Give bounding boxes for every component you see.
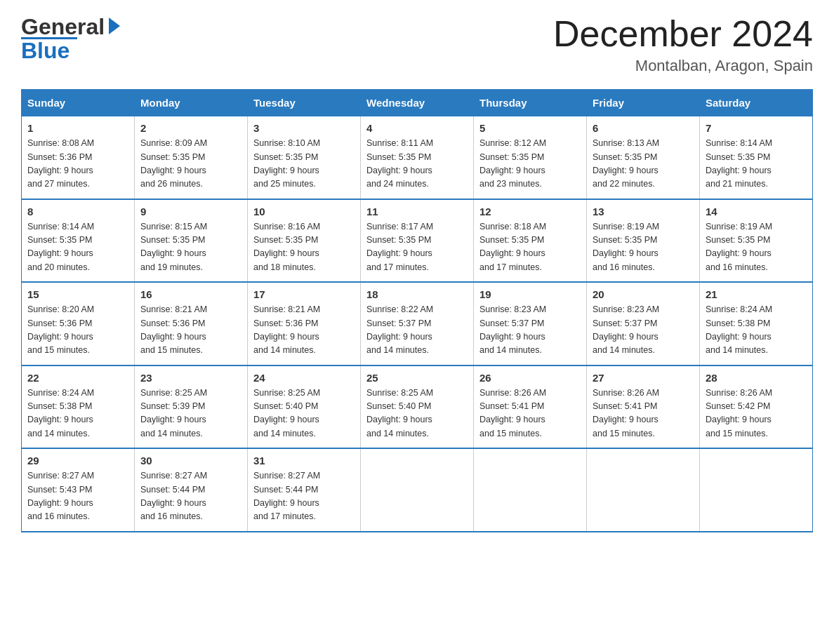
calendar-cell: 20 Sunrise: 8:23 AM Sunset: 5:37 PM Dayl… [587,282,700,365]
calendar-cell: 30 Sunrise: 8:27 AM Sunset: 5:44 PM Dayl… [135,448,248,532]
day-number: 20 [593,288,694,300]
calendar-cell [361,448,474,532]
day-number: 10 [253,206,355,217]
calendar-cell: 14 Sunrise: 8:19 AM Sunset: 5:35 PM Dayl… [700,199,813,283]
page-header: General Blue December 2024 Montalban, Ar… [21,14,813,75]
calendar-cell: 31 Sunrise: 8:27 AM Sunset: 5:44 PM Dayl… [248,448,361,532]
day-info: Sunrise: 8:14 AM Sunset: 5:35 PM Dayligh… [27,220,128,275]
week-row-2: 8 Sunrise: 8:14 AM Sunset: 5:35 PM Dayli… [22,199,813,283]
day-number: 2 [140,122,241,134]
calendar-cell: 25 Sunrise: 8:25 AM Sunset: 5:40 PM Dayl… [361,365,474,449]
calendar-cell: 6 Sunrise: 8:13 AM Sunset: 5:35 PM Dayli… [587,116,700,199]
day-number: 4 [366,122,468,134]
day-number: 24 [253,372,355,384]
day-info: Sunrise: 8:23 AM Sunset: 5:37 PM Dayligh… [593,303,694,358]
day-info: Sunrise: 8:22 AM Sunset: 5:37 PM Dayligh… [366,303,468,358]
day-info: Sunrise: 8:25 AM Sunset: 5:40 PM Dayligh… [366,387,468,441]
calendar-cell: 23 Sunrise: 8:25 AM Sunset: 5:39 PM Dayl… [135,365,248,449]
day-number: 8 [27,206,128,217]
day-number: 19 [479,288,581,300]
day-info: Sunrise: 8:19 AM Sunset: 5:35 PM Dayligh… [706,220,807,275]
logo: General Blue [21,14,121,64]
calendar-cell: 12 Sunrise: 8:18 AM Sunset: 5:35 PM Dayl… [474,199,587,283]
day-info: Sunrise: 8:27 AM Sunset: 5:43 PM Dayligh… [27,469,128,524]
day-info: Sunrise: 8:21 AM Sunset: 5:36 PM Dayligh… [253,303,355,358]
calendar-table: SundayMondayTuesdayWednesdayThursdayFrid… [21,89,813,532]
day-number: 21 [706,288,807,300]
svg-marker-0 [109,18,120,34]
calendar-cell: 28 Sunrise: 8:26 AM Sunset: 5:42 PM Dayl… [700,365,813,449]
week-row-4: 22 Sunrise: 8:24 AM Sunset: 5:38 PM Dayl… [22,365,813,449]
day-info: Sunrise: 8:16 AM Sunset: 5:35 PM Dayligh… [253,220,355,275]
day-info: Sunrise: 8:09 AM Sunset: 5:35 PM Dayligh… [140,137,241,192]
day-info: Sunrise: 8:25 AM Sunset: 5:39 PM Dayligh… [140,387,241,441]
day-number: 31 [253,455,355,467]
day-info: Sunrise: 8:18 AM Sunset: 5:35 PM Dayligh… [479,220,581,275]
day-info: Sunrise: 8:14 AM Sunset: 5:35 PM Dayligh… [706,137,807,192]
day-number: 17 [253,288,355,300]
day-header-tuesday: Tuesday [248,90,361,116]
day-info: Sunrise: 8:20 AM Sunset: 5:36 PM Dayligh… [27,303,128,358]
day-info: Sunrise: 8:25 AM Sunset: 5:40 PM Dayligh… [253,387,355,441]
calendar-cell [700,448,813,532]
day-number: 28 [706,372,807,384]
day-header-saturday: Saturday [700,90,813,116]
calendar-cell: 19 Sunrise: 8:23 AM Sunset: 5:37 PM Dayl… [474,282,587,365]
day-number: 30 [140,455,241,467]
calendar-cell: 7 Sunrise: 8:14 AM Sunset: 5:35 PM Dayli… [700,116,813,199]
calendar-cell: 4 Sunrise: 8:11 AM Sunset: 5:35 PM Dayli… [361,116,474,199]
day-number: 5 [479,122,581,134]
calendar-cell: 27 Sunrise: 8:26 AM Sunset: 5:41 PM Dayl… [587,365,700,449]
day-info: Sunrise: 8:11 AM Sunset: 5:35 PM Dayligh… [366,137,468,192]
calendar-cell: 2 Sunrise: 8:09 AM Sunset: 5:35 PM Dayli… [135,116,248,199]
day-number: 9 [140,206,241,217]
day-number: 7 [706,122,807,134]
week-row-1: 1 Sunrise: 8:08 AM Sunset: 5:36 PM Dayli… [22,116,813,199]
calendar-cell: 17 Sunrise: 8:21 AM Sunset: 5:36 PM Dayl… [248,282,361,365]
day-number: 22 [27,372,128,384]
day-info: Sunrise: 8:10 AM Sunset: 5:35 PM Dayligh… [253,137,355,192]
week-row-3: 15 Sunrise: 8:20 AM Sunset: 5:36 PM Dayl… [22,282,813,365]
day-info: Sunrise: 8:27 AM Sunset: 5:44 PM Dayligh… [140,469,241,524]
calendar-cell: 9 Sunrise: 8:15 AM Sunset: 5:35 PM Dayli… [135,199,248,283]
day-number: 29 [27,455,128,467]
logo-triangle-icon [106,16,121,36]
calendar-cell: 8 Sunrise: 8:14 AM Sunset: 5:35 PM Dayli… [22,199,135,283]
calendar-cell: 5 Sunrise: 8:12 AM Sunset: 5:35 PM Dayli… [474,116,587,199]
logo-blue-text: Blue [21,38,70,64]
day-info: Sunrise: 8:24 AM Sunset: 5:38 PM Dayligh… [706,303,807,358]
calendar-cell: 11 Sunrise: 8:17 AM Sunset: 5:35 PM Dayl… [361,199,474,283]
day-number: 13 [593,206,694,217]
day-info: Sunrise: 8:26 AM Sunset: 5:41 PM Dayligh… [593,387,694,441]
day-number: 25 [366,372,468,384]
day-header-thursday: Thursday [474,90,587,116]
location: Montalban, Aragon, Spain [553,57,813,75]
day-number: 3 [253,122,355,134]
calendar-cell: 26 Sunrise: 8:26 AM Sunset: 5:41 PM Dayl… [474,365,587,449]
day-number: 27 [593,372,694,384]
day-info: Sunrise: 8:24 AM Sunset: 5:38 PM Dayligh… [27,387,128,441]
calendar-cell: 16 Sunrise: 8:21 AM Sunset: 5:36 PM Dayl… [135,282,248,365]
day-number: 12 [479,206,581,217]
logo-general-text: General [21,14,105,40]
calendar-cell: 13 Sunrise: 8:19 AM Sunset: 5:35 PM Dayl… [587,199,700,283]
day-header-friday: Friday [587,90,700,116]
calendar-cell: 15 Sunrise: 8:20 AM Sunset: 5:36 PM Dayl… [22,282,135,365]
calendar-cell: 1 Sunrise: 8:08 AM Sunset: 5:36 PM Dayli… [22,116,135,199]
day-header-wednesday: Wednesday [361,90,474,116]
calendar-cell [474,448,587,532]
week-row-5: 29 Sunrise: 8:27 AM Sunset: 5:43 PM Dayl… [22,448,813,532]
calendar-cell: 21 Sunrise: 8:24 AM Sunset: 5:38 PM Dayl… [700,282,813,365]
day-info: Sunrise: 8:15 AM Sunset: 5:35 PM Dayligh… [140,220,241,275]
day-info: Sunrise: 8:21 AM Sunset: 5:36 PM Dayligh… [140,303,241,358]
day-info: Sunrise: 8:17 AM Sunset: 5:35 PM Dayligh… [366,220,468,275]
day-number: 26 [479,372,581,384]
day-number: 14 [706,206,807,217]
day-number: 15 [27,288,128,300]
day-number: 1 [27,122,128,134]
day-number: 23 [140,372,241,384]
day-info: Sunrise: 8:26 AM Sunset: 5:41 PM Dayligh… [479,387,581,441]
day-info: Sunrise: 8:13 AM Sunset: 5:35 PM Dayligh… [593,137,694,192]
calendar-cell: 18 Sunrise: 8:22 AM Sunset: 5:37 PM Dayl… [361,282,474,365]
calendar-cell: 24 Sunrise: 8:25 AM Sunset: 5:40 PM Dayl… [248,365,361,449]
